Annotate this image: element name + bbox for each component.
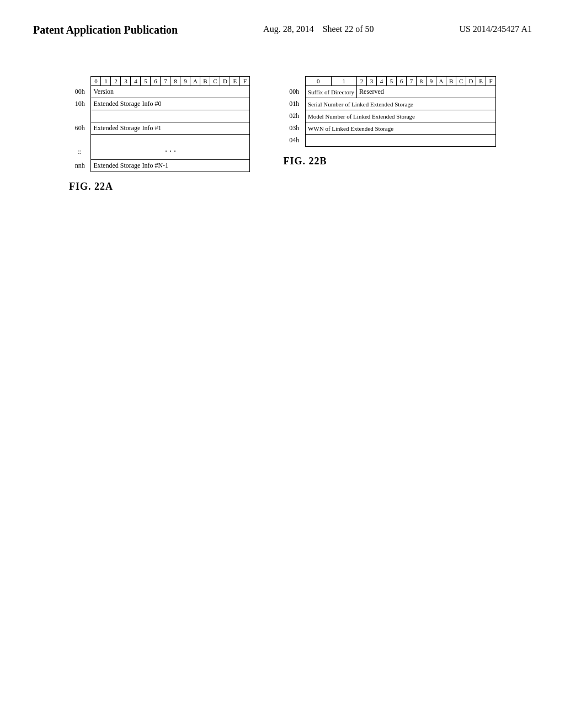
publication-date-sheet: Aug. 28, 2014 Sheet 22 of 50 xyxy=(263,22,374,36)
fig22b-table: 0 1 2 3 4 5 6 7 8 9 A B C D E F xyxy=(283,76,496,147)
fig22a-table: 0 1 2 3 4 5 6 7 8 9 A B C D E F xyxy=(69,76,250,172)
table-row: 04h xyxy=(283,135,495,147)
table-row: 00h Suffix of Directory Reserved xyxy=(283,86,495,98)
table-row: 10h Extended Storage Info #0 xyxy=(69,98,250,110)
table-row: 00h Version xyxy=(69,86,250,98)
page-header: Patent Application Publication Aug. 28, … xyxy=(0,0,565,49)
fig22a-label: FIG. 22A xyxy=(69,181,113,192)
table-row: :: · · · xyxy=(69,144,250,160)
table-row: 01h Serial Number of Linked Extended Sto… xyxy=(283,98,495,110)
table-row: 02h Model Number of Linked Extended Stor… xyxy=(283,110,495,122)
fig22b-label: FIG. 22B xyxy=(283,156,327,167)
publication-title: Patent Application Publication xyxy=(33,22,178,38)
table-row: nnh Extended Storage Info #N-1 xyxy=(69,160,250,172)
figures-row: 0 1 2 3 4 5 6 7 8 9 A B C D E F xyxy=(33,76,532,192)
col-header-row: 0 1 2 3 4 5 6 7 8 9 A B C D E F xyxy=(69,77,250,86)
publication-number: US 2014/245427 A1 xyxy=(459,22,532,36)
main-content: 0 1 2 3 4 5 6 7 8 9 A B C D E F xyxy=(0,49,565,215)
table-row xyxy=(69,110,250,122)
table-row: 60h Extended Storage Info #1 xyxy=(69,122,250,135)
col-header-row: 0 1 2 3 4 5 6 7 8 9 A B C D E F xyxy=(283,77,495,86)
fig22a-block: 0 1 2 3 4 5 6 7 8 9 A B C D E F xyxy=(69,76,250,192)
table-row: 03h WWN of Linked Extended Storage xyxy=(283,122,495,135)
fig22b-block: 0 1 2 3 4 5 6 7 8 9 A B C D E F xyxy=(283,76,496,192)
table-row xyxy=(69,135,250,144)
